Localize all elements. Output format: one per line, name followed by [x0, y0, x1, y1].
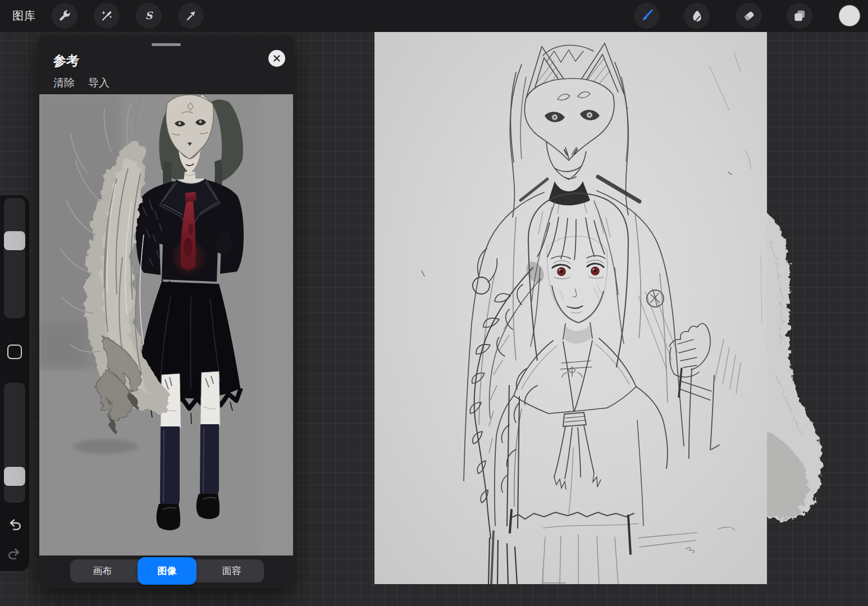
canvas-sketch-art: [374, 32, 767, 584]
undo-button[interactable]: [6, 517, 23, 534]
gallery-button[interactable]: 图库: [12, 0, 36, 32]
reference-tab-bar: 画布 图像 面容: [70, 559, 264, 582]
actions-button[interactable]: [52, 3, 77, 29]
top-toolbar: 图库 S: [0, 0, 868, 32]
drawing-canvas[interactable]: [374, 32, 767, 584]
import-button[interactable]: 导入: [88, 76, 109, 90]
modify-button[interactable]: [7, 345, 22, 359]
erase-tool-button[interactable]: [736, 3, 762, 29]
procreate-app: { "top_bar": { "gallery_label": "图库", "l…: [0, 0, 868, 606]
reference-image[interactable]: [39, 94, 293, 556]
undo-arrow-icon: [6, 517, 23, 534]
paint-tool-button[interactable]: [634, 3, 660, 29]
tab-face[interactable]: 面容: [199, 559, 264, 582]
reference-panel: 参考 清除 导入: [38, 35, 294, 588]
brush-size-handle[interactable]: [4, 231, 25, 250]
smudge-tool-button[interactable]: [684, 3, 710, 29]
reference-artwork: [39, 94, 293, 556]
close-button[interactable]: [268, 50, 285, 67]
redo-arrow-icon: [6, 546, 23, 563]
transform-button[interactable]: [178, 3, 204, 29]
brush-icon: [639, 8, 654, 23]
wrench-icon: [58, 9, 71, 22]
layers-icon: [792, 8, 807, 23]
opacity-slider[interactable]: [4, 383, 25, 503]
reference-menu: 清除 导入: [53, 76, 109, 90]
selection-button[interactable]: S: [136, 3, 162, 29]
brush-size-slider[interactable]: [4, 198, 25, 318]
canvas-overflow-paint: [759, 206, 832, 532]
clear-button[interactable]: 清除: [53, 76, 75, 90]
tab-canvas[interactable]: 画布: [70, 559, 135, 582]
layers-button[interactable]: [787, 3, 812, 29]
transform-arrow-icon: [184, 9, 198, 22]
brush-sidebar: [0, 195, 29, 571]
color-swatch-button[interactable]: [839, 5, 860, 26]
tab-image[interactable]: 图像: [135, 559, 199, 582]
selection-s-icon: S: [142, 9, 156, 22]
redo-button[interactable]: [6, 546, 23, 563]
svg-text:S: S: [145, 10, 154, 21]
opacity-handle[interactable]: [4, 467, 25, 486]
panel-drag-handle[interactable]: [152, 43, 181, 46]
eraser-icon: [742, 8, 756, 23]
reference-panel-title: 参考: [53, 52, 79, 70]
magic-wand-icon: [100, 9, 113, 22]
smudge-icon: [690, 9, 704, 23]
adjustments-button[interactable]: [94, 3, 120, 29]
close-icon: [273, 54, 281, 62]
